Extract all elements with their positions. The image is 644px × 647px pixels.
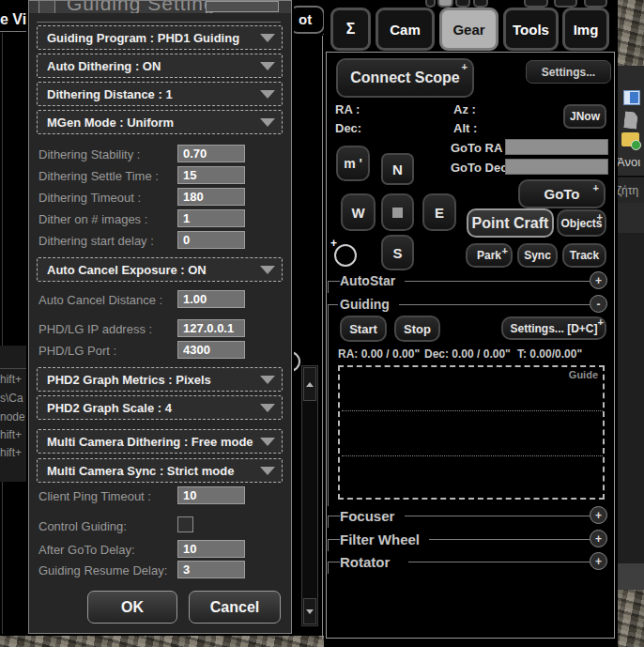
- stop-slew-button[interactable]: [381, 193, 414, 231]
- tab-tools[interactable]: Tools: [503, 8, 559, 51]
- dithering-start-delay-input[interactable]: [177, 231, 245, 249]
- scope-settings-button[interactable]: Settings...: [526, 60, 611, 84]
- guiding-program-dropdown[interactable]: Guiding Program : PHD1 Guiding: [37, 25, 283, 50]
- desktop-menu-separator: [618, 176, 644, 177]
- guiding-stop-button[interactable]: Stop: [394, 316, 440, 342]
- field-label: Client Ping Timeout :: [38, 489, 151, 503]
- phd-ip-address-input[interactable]: [177, 319, 245, 337]
- tab-cam[interactable]: Cam: [376, 8, 435, 51]
- cutoff-button[interactable]: [554, 0, 577, 8]
- slew-west-button[interactable]: W: [341, 193, 376, 231]
- autostar-expand-button[interactable]: +: [590, 271, 607, 289]
- objects-button[interactable]: Objects +: [557, 209, 606, 237]
- cutoff-button[interactable]: [437, 0, 453, 8]
- connect-scope-button[interactable]: Connect Scope +: [336, 58, 474, 98]
- menu-item-fragment[interactable]: hift+: [0, 446, 22, 459]
- auto-dithering-dropdown[interactable]: Auto Dithering : ON: [37, 54, 283, 78]
- cancel-button[interactable]: Cancel: [189, 591, 281, 624]
- control-guiding-checkbox[interactable]: [177, 516, 193, 532]
- window-app-icon[interactable]: [623, 90, 640, 105]
- cutoff-button[interactable]: [473, 0, 488, 8]
- scroll-down-button[interactable]: [303, 598, 316, 624]
- dithering-settle-time-input[interactable]: [177, 166, 245, 184]
- focuser-expand-button[interactable]: +: [590, 506, 607, 524]
- phd2-graph-metrics-dropdown[interactable]: PHD2 Graph Metrics : Pixels: [37, 367, 283, 392]
- dither-on-images-input[interactable]: [177, 209, 245, 227]
- tab-summary[interactable]: Σ: [330, 8, 371, 51]
- chevron-down-icon: [260, 90, 275, 99]
- section-line: [405, 281, 590, 282]
- dialog-titlebar[interactable]: Guiding Settings: [29, 1, 291, 13]
- desktop-menu-search-item[interactable]: ζήτη: [617, 184, 638, 197]
- tab-gear[interactable]: Gear: [439, 8, 498, 51]
- screenshot-tab-label: ot: [299, 11, 312, 27]
- dropdown-label: Auto Cancel Exposure : ON: [47, 263, 207, 277]
- wallpaper-bottom: [618, 590, 644, 647]
- live-view-tab-fragment[interactable]: e Vi: [0, 11, 26, 28]
- scrollbar[interactable]: [301, 365, 318, 626]
- wallpaper-top: [618, 0, 644, 66]
- filter-wheel-expand-button[interactable]: +: [590, 530, 607, 547]
- point-craft-button[interactable]: Point Craft: [467, 208, 554, 238]
- park-button[interactable]: Park +: [466, 243, 513, 268]
- dropdown-label: PHD2 Graph Scale : 4: [47, 401, 172, 415]
- menu-item-fragment[interactable]: hift+: [0, 373, 22, 386]
- cutoff-button[interactable]: [524, 0, 548, 8]
- after-goto-delay-input[interactable]: [177, 540, 245, 558]
- guiding-collapse-button[interactable]: -: [590, 295, 607, 313]
- multi-camera-sync-dropdown[interactable]: Multi Camera Sync : Strict mode: [37, 458, 283, 483]
- multi-camera-dithering-dropdown[interactable]: Multi Camera Dithering : Free mode: [37, 429, 283, 454]
- field-label: Dithering start delay :: [38, 234, 154, 248]
- client-ping-timeout-input[interactable]: [177, 486, 245, 504]
- field-label: Dithering Settle Time :: [38, 169, 159, 183]
- dialog-title: Guiding Settings: [67, 1, 226, 13]
- rotator-section-title: Rotator: [340, 554, 390, 570]
- rotator-expand-button[interactable]: +: [590, 552, 607, 570]
- phd2-graph-scale-dropdown[interactable]: PHD2 Graph Scale : 4: [37, 395, 283, 420]
- track-button[interactable]: Track: [562, 243, 606, 268]
- cutoff-button[interactable]: [425, 0, 436, 8]
- field-label: PHD/LG IP address :: [38, 322, 152, 336]
- guiding-resume-delay-input[interactable]: [177, 561, 245, 578]
- mgen-mode-dropdown[interactable]: MGen Mode : Uniform: [37, 110, 283, 134]
- chevron-down-icon: [260, 34, 275, 42]
- plus-icon: +: [598, 316, 604, 328]
- dithering-distance-dropdown[interactable]: Dithering Distance : 1: [37, 82, 283, 106]
- window-divider: [322, 36, 323, 639]
- slew-north-button[interactable]: N: [381, 153, 414, 185]
- slew-east-button[interactable]: E: [422, 193, 456, 231]
- scroll-up-button[interactable]: [303, 367, 316, 401]
- plus-icon: +: [597, 211, 603, 223]
- dialog-checkbox[interactable]: [38, 1, 55, 13]
- auto-cancel-distance-input[interactable]: [177, 290, 245, 308]
- sync-button[interactable]: Sync: [517, 243, 558, 268]
- dialog-titlebar-button[interactable]: [206, 1, 279, 12]
- slew-south-button[interactable]: S: [381, 235, 414, 270]
- auto-cancel-exposure-dropdown[interactable]: Auto Cancel Exposure : ON: [37, 257, 283, 282]
- guiding-settings-button[interactable]: Settings... [D+C] +: [501, 316, 606, 340]
- goto-dec-input[interactable]: [505, 159, 608, 175]
- menu-item-fragment[interactable]: s\Ca: [0, 392, 23, 405]
- ra-label: RA :: [335, 102, 360, 116]
- guiding-section-title: Guiding: [340, 297, 390, 312]
- goto-ra-input[interactable]: [505, 139, 608, 155]
- desktop-menu-open-item[interactable]: Άνοι: [617, 155, 640, 169]
- dithering-timeout-input[interactable]: [177, 188, 245, 206]
- menu-item-fragment[interactable]: node: [0, 410, 25, 424]
- ok-button[interactable]: OK: [87, 591, 177, 624]
- graph-gridline: [342, 455, 603, 456]
- cutoff-button[interactable]: [455, 0, 470, 8]
- tab-underline: [0, 31, 28, 32]
- menu-item-fragment[interactable]: hift+: [0, 428, 22, 441]
- phd-port-input[interactable]: [177, 341, 245, 359]
- guiding-start-button[interactable]: Start: [340, 316, 387, 342]
- goto-button[interactable]: GoTo +: [518, 179, 606, 208]
- dropdown-label: Guiding Program : PHD1 Guiding: [47, 31, 239, 45]
- cutoff-button[interactable]: [584, 0, 607, 8]
- jnow-button[interactable]: JNow: [563, 104, 606, 129]
- arrow-up-icon: [306, 382, 314, 387]
- tab-img[interactable]: Img: [562, 8, 609, 51]
- graph-gridline: [342, 410, 603, 411]
- dithering-stability-input[interactable]: [177, 145, 245, 162]
- arcmin-button[interactable]: m ': [336, 146, 370, 181]
